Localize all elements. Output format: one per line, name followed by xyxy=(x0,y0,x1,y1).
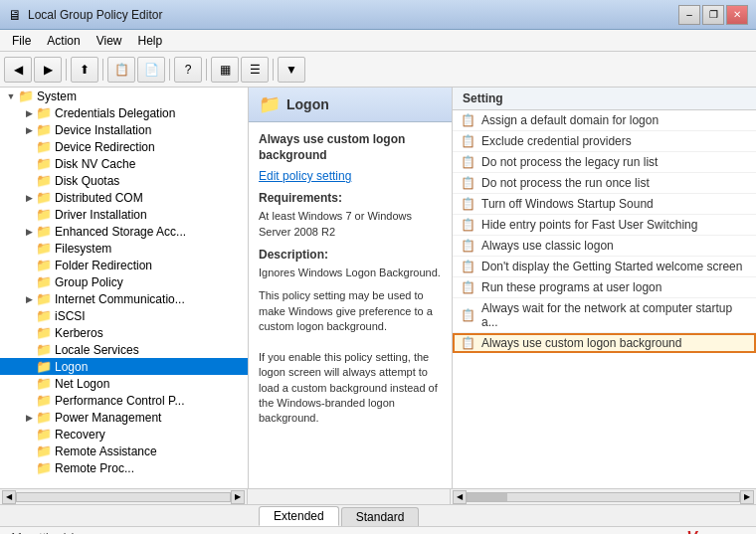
folder-icon: 📁 xyxy=(18,89,34,103)
expand-icon: ▶ xyxy=(22,191,36,205)
tree-item-remote-assist[interactable]: 📁 Remote Assistance xyxy=(0,443,248,459)
tree-label: Kerberos xyxy=(55,326,103,340)
toolbar-help[interactable]: ? xyxy=(174,57,202,83)
list-item[interactable]: 📋 Don't display the Getting Started welc… xyxy=(453,257,756,277)
tree-scroll-area[interactable]: ◀ ▶ xyxy=(0,489,248,504)
tree-label: Credentials Delegation xyxy=(55,106,175,120)
toolbar-up[interactable]: ⬆ xyxy=(71,57,98,83)
tree-item-recovery[interactable]: 📁 Recovery xyxy=(0,426,248,443)
tree-item-kerberos[interactable]: 📁 Kerberos xyxy=(0,324,248,341)
list-item-selected[interactable]: 📋 Always use custom logon background xyxy=(453,333,756,353)
tree-item-driver-install[interactable]: 📁 Driver Installation xyxy=(0,206,248,223)
tree-item-net-logon[interactable]: 📁 Net Logon xyxy=(0,375,248,392)
scroll-track[interactable] xyxy=(16,492,231,502)
expand-icon: ▼ xyxy=(4,89,18,103)
tree-item-device-install[interactable]: ▶ 📁 Device Installation xyxy=(0,121,248,138)
folder-icon: 📁 xyxy=(36,105,52,120)
scroll-right[interactable]: ▶ xyxy=(740,490,754,504)
toolbar-view2[interactable]: ☰ xyxy=(241,57,269,83)
tree-item-disk-quotas[interactable]: 📁 Disk Quotas xyxy=(0,172,248,189)
tab-standard[interactable]: Standard xyxy=(341,507,420,526)
tree-label: Device Installation xyxy=(55,123,151,137)
tree-label: Distributed COM xyxy=(55,191,143,205)
list-item-text: Hide entry points for Fast User Switchin… xyxy=(481,218,697,232)
toolbar-properties[interactable]: 📄 xyxy=(137,57,165,83)
minimize-button[interactable]: – xyxy=(678,5,700,25)
scroll-left[interactable]: ◀ xyxy=(2,490,16,504)
tree-item-iscsi[interactable]: 📁 iSCSI xyxy=(0,307,248,324)
tree-item-perf-control[interactable]: 📁 Performance Control P... xyxy=(0,392,248,409)
toolbar-view1[interactable]: ▦ xyxy=(211,57,239,83)
list-item[interactable]: 📋 Do not process the run once list xyxy=(453,173,756,194)
tree-item-power[interactable]: ▶ 📁 Power Management xyxy=(0,409,248,426)
toolbar-back[interactable]: ◀ xyxy=(4,57,32,83)
menu-help[interactable]: Help xyxy=(130,32,171,50)
scroll-thumb[interactable] xyxy=(468,493,507,501)
scroll-track[interactable] xyxy=(467,492,740,502)
tree-label: Enhanced Storage Acc... xyxy=(55,225,186,239)
policy-icon: 📋 xyxy=(461,280,475,294)
tree-label: Internet Communicatio... xyxy=(55,292,185,306)
tree-item-internet-comm[interactable]: ▶ 📁 Internet Communicatio... xyxy=(0,290,248,307)
folder-icon: 📁 xyxy=(36,258,52,272)
list-item[interactable]: 📋 Hide entry points for Fast User Switch… xyxy=(453,215,756,236)
list-item[interactable]: 📋 Assign a default domain for logon xyxy=(453,110,756,131)
title-bar-text: Local Group Policy Editor xyxy=(28,8,162,22)
toolbar: ◀ ▶ ⬆ 📋 📄 ? ▦ ☰ ▼ xyxy=(0,52,756,88)
app-icon: 🖥 xyxy=(8,7,22,23)
folder-icon: 📁 xyxy=(36,156,52,171)
expand-icon xyxy=(22,309,36,323)
edit-policy-link[interactable]: Edit policy setting xyxy=(259,169,442,183)
close-button[interactable]: ✕ xyxy=(726,5,748,25)
tree-item-credentials[interactable]: ▶ 📁 Credentials Delegation xyxy=(0,104,248,121)
folder-icon: 📁 xyxy=(36,460,52,475)
folder-icon: 📁 xyxy=(36,173,52,188)
tree-label: Recovery xyxy=(55,428,105,442)
policy-icon: 📋 xyxy=(461,336,475,350)
tree-item-folder-redirect[interactable]: 📁 Folder Redirection xyxy=(0,257,248,273)
tree-item-device-redirect[interactable]: 📁 Device Redirection xyxy=(0,138,248,155)
middle-panel: 📁 Logon Always use custom logon backgrou… xyxy=(249,88,453,488)
expand-icon xyxy=(22,461,36,475)
tree-item-enhanced-storage[interactable]: ▶ 📁 Enhanced Storage Acc... xyxy=(0,223,248,240)
tree-panel[interactable]: ▼ 📁 System ▶ 📁 Credentials Delegation ▶ … xyxy=(0,88,249,488)
right-scroll-area[interactable]: ◀ ▶ xyxy=(451,489,756,504)
list-item[interactable]: 📋 Exclude credential providers xyxy=(453,131,756,152)
tree-label: Performance Control P... xyxy=(55,394,185,408)
list-item[interactable]: 📋 Do not process the legacy run list xyxy=(453,152,756,173)
tree-root-system[interactable]: ▼ 📁 System xyxy=(0,88,248,104)
menu-view[interactable]: View xyxy=(89,32,130,50)
folder-icon: 📁 xyxy=(36,359,52,374)
tree-label: Filesystem xyxy=(55,242,111,256)
tree-item-disk-nv[interactable]: 📁 Disk NV Cache xyxy=(0,155,248,172)
folder-icon: 📁 xyxy=(36,444,52,458)
tab-extended[interactable]: Extended xyxy=(259,506,339,526)
tree-item-distributed-com[interactable]: ▶ 📁 Distributed COM xyxy=(0,189,248,206)
list-item[interactable]: 📋 Run these programs at user logon xyxy=(453,277,756,298)
toolbar-filter[interactable]: ▼ xyxy=(278,57,305,83)
toolbar-forward[interactable]: ▶ xyxy=(34,57,62,83)
tree-item-locale[interactable]: 📁 Locale Services xyxy=(0,341,248,358)
policy-icon: 📋 xyxy=(461,134,475,148)
tree-item-filesystem[interactable]: 📁 Filesystem xyxy=(0,240,248,257)
right-panel: Setting 📋 Assign a default domain for lo… xyxy=(453,88,756,488)
tree-item-group-policy[interactable]: 📁 Group Policy xyxy=(0,273,248,290)
list-item[interactable]: 📋 Turn off Windows Startup Sound xyxy=(453,194,756,215)
list-item[interactable]: 📋 Always use classic logon xyxy=(453,236,756,257)
restore-button[interactable]: ❐ xyxy=(702,5,724,25)
tree-item-logon[interactable]: 📁 Logon xyxy=(0,358,248,375)
expand-icon xyxy=(22,208,36,222)
menu-file[interactable]: File xyxy=(4,32,39,50)
toolbar-sep3 xyxy=(169,59,170,81)
policy-icon: 📋 xyxy=(461,260,475,273)
middle-header: 📁 Logon xyxy=(249,88,452,122)
folder-icon: 📁 xyxy=(36,376,52,391)
list-item[interactable]: 📋 Always wait for the network at compute… xyxy=(453,298,756,333)
scroll-left[interactable]: ◀ xyxy=(453,490,467,504)
right-header: Setting xyxy=(453,88,756,110)
description-label: Description: xyxy=(259,248,442,262)
scroll-right[interactable]: ▶ xyxy=(231,490,245,504)
toolbar-show-hide[interactable]: 📋 xyxy=(107,57,135,83)
menu-action[interactable]: Action xyxy=(39,32,88,50)
tree-item-remote-proc[interactable]: 📁 Remote Proc... xyxy=(0,459,248,476)
